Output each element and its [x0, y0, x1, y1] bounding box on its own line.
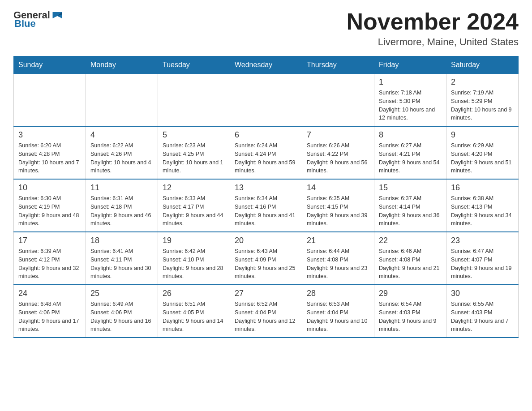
calendar-cell: 6Sunrise: 6:24 AM Sunset: 4:24 PM Daylig… [230, 126, 302, 179]
calendar-cell [86, 74, 158, 127]
svg-marker-0 [52, 12, 62, 18]
day-info: Sunrise: 6:29 AM Sunset: 4:20 PM Dayligh… [451, 141, 514, 175]
day-info: Sunrise: 6:27 AM Sunset: 4:21 PM Dayligh… [379, 141, 442, 175]
day-number: 26 [163, 289, 225, 298]
day-number: 8 [379, 130, 442, 140]
weekday-header: Saturday [446, 56, 519, 74]
calendar-cell: 20Sunrise: 6:43 AM Sunset: 4:09 PM Dayli… [230, 232, 302, 285]
calendar-cell: 3Sunrise: 6:20 AM Sunset: 4:28 PM Daylig… [14, 126, 86, 179]
calendar-cell: 30Sunrise: 6:55 AM Sunset: 4:03 PM Dayli… [446, 285, 519, 338]
day-info: Sunrise: 6:42 AM Sunset: 4:10 PM Dayligh… [163, 247, 225, 281]
day-info: Sunrise: 6:23 AM Sunset: 4:25 PM Dayligh… [163, 141, 225, 175]
calendar-header-row: SundayMondayTuesdayWednesdayThursdayFrid… [14, 56, 519, 74]
weekday-header: Monday [86, 56, 158, 74]
day-info: Sunrise: 7:18 AM Sunset: 5:30 PM Dayligh… [379, 89, 442, 122]
day-number: 16 [451, 183, 514, 193]
day-number: 2 [451, 77, 514, 87]
logo: General Blue [13, 9, 64, 30]
calendar-week-row: 10Sunrise: 6:30 AM Sunset: 4:19 PM Dayli… [14, 179, 519, 232]
weekday-header: Sunday [14, 56, 86, 74]
calendar-cell: 29Sunrise: 6:54 AM Sunset: 4:03 PM Dayli… [374, 285, 446, 338]
calendar-cell: 7Sunrise: 6:26 AM Sunset: 4:22 PM Daylig… [302, 126, 374, 179]
day-number: 19 [163, 236, 225, 245]
logo-icon [51, 9, 64, 21]
calendar-cell [230, 74, 302, 127]
calendar-week-row: 1Sunrise: 7:18 AM Sunset: 5:30 PM Daylig… [14, 74, 519, 127]
day-info: Sunrise: 6:52 AM Sunset: 4:04 PM Dayligh… [235, 300, 297, 334]
day-number: 18 [90, 236, 153, 245]
day-info: Sunrise: 6:22 AM Sunset: 4:26 PM Dayligh… [90, 141, 153, 175]
calendar-cell: 23Sunrise: 6:47 AM Sunset: 4:07 PM Dayli… [446, 232, 519, 285]
calendar-cell: 1Sunrise: 7:18 AM Sunset: 5:30 PM Daylig… [374, 74, 446, 127]
calendar-cell: 18Sunrise: 6:41 AM Sunset: 4:11 PM Dayli… [86, 232, 158, 285]
calendar-week-row: 3Sunrise: 6:20 AM Sunset: 4:28 PM Daylig… [14, 126, 519, 179]
day-info: Sunrise: 6:24 AM Sunset: 4:24 PM Dayligh… [235, 141, 297, 175]
calendar-cell: 27Sunrise: 6:52 AM Sunset: 4:04 PM Dayli… [230, 285, 302, 338]
day-number: 1 [379, 77, 442, 87]
calendar-cell: 5Sunrise: 6:23 AM Sunset: 4:25 PM Daylig… [158, 126, 230, 179]
day-number: 10 [18, 183, 81, 193]
day-number: 7 [307, 130, 369, 140]
calendar-cell [14, 74, 86, 127]
calendar-cell [158, 74, 230, 127]
page-header: General Blue November 2024 Livermore, Ma… [13, 9, 519, 48]
day-number: 12 [163, 183, 225, 193]
calendar-cell [302, 74, 374, 127]
calendar-title: November 2024 [347, 9, 519, 34]
day-info: Sunrise: 6:51 AM Sunset: 4:05 PM Dayligh… [163, 300, 225, 334]
day-number: 13 [235, 183, 297, 193]
weekday-header: Friday [374, 56, 446, 74]
day-info: Sunrise: 6:39 AM Sunset: 4:12 PM Dayligh… [18, 247, 81, 281]
calendar-cell: 16Sunrise: 6:38 AM Sunset: 4:13 PM Dayli… [446, 179, 519, 232]
calendar-cell: 15Sunrise: 6:37 AM Sunset: 4:14 PM Dayli… [374, 179, 446, 232]
day-number: 14 [307, 183, 369, 193]
day-info: Sunrise: 6:53 AM Sunset: 4:04 PM Dayligh… [307, 300, 369, 334]
weekday-header: Thursday [302, 56, 374, 74]
day-info: Sunrise: 6:30 AM Sunset: 4:19 PM Dayligh… [18, 194, 81, 228]
day-number: 21 [307, 236, 369, 245]
day-info: Sunrise: 6:20 AM Sunset: 4:28 PM Dayligh… [18, 141, 81, 175]
weekday-header: Tuesday [158, 56, 230, 74]
day-number: 20 [235, 236, 297, 245]
day-number: 17 [18, 236, 81, 245]
day-number: 28 [307, 289, 369, 298]
title-block: November 2024 Livermore, Maine, United S… [347, 9, 519, 48]
day-number: 22 [379, 236, 442, 245]
calendar-cell: 24Sunrise: 6:48 AM Sunset: 4:06 PM Dayli… [14, 285, 86, 338]
day-info: Sunrise: 6:48 AM Sunset: 4:06 PM Dayligh… [18, 300, 81, 334]
day-info: Sunrise: 6:33 AM Sunset: 4:17 PM Dayligh… [163, 194, 225, 228]
calendar-cell: 4Sunrise: 6:22 AM Sunset: 4:26 PM Daylig… [86, 126, 158, 179]
calendar-cell: 21Sunrise: 6:44 AM Sunset: 4:08 PM Dayli… [302, 232, 374, 285]
day-info: Sunrise: 6:49 AM Sunset: 4:06 PM Dayligh… [90, 300, 153, 334]
day-info: Sunrise: 6:43 AM Sunset: 4:09 PM Dayligh… [235, 247, 297, 281]
day-info: Sunrise: 6:35 AM Sunset: 4:15 PM Dayligh… [307, 194, 369, 228]
calendar-cell: 17Sunrise: 6:39 AM Sunset: 4:12 PM Dayli… [14, 232, 86, 285]
calendar-cell: 28Sunrise: 6:53 AM Sunset: 4:04 PM Dayli… [302, 285, 374, 338]
day-number: 4 [90, 130, 153, 140]
calendar-cell: 13Sunrise: 6:34 AM Sunset: 4:16 PM Dayli… [230, 179, 302, 232]
calendar-subtitle: Livermore, Maine, United States [347, 36, 519, 48]
day-number: 30 [451, 289, 514, 298]
calendar-table: SundayMondayTuesdayWednesdayThursdayFrid… [13, 56, 519, 338]
day-info: Sunrise: 6:55 AM Sunset: 4:03 PM Dayligh… [451, 300, 514, 334]
day-info: Sunrise: 6:41 AM Sunset: 4:11 PM Dayligh… [90, 247, 153, 281]
day-number: 9 [451, 130, 514, 140]
day-info: Sunrise: 7:19 AM Sunset: 5:29 PM Dayligh… [451, 89, 514, 122]
calendar-cell: 10Sunrise: 6:30 AM Sunset: 4:19 PM Dayli… [14, 179, 86, 232]
day-number: 27 [235, 289, 297, 298]
day-number: 29 [379, 289, 442, 298]
day-info: Sunrise: 6:38 AM Sunset: 4:13 PM Dayligh… [451, 194, 514, 228]
day-info: Sunrise: 6:37 AM Sunset: 4:14 PM Dayligh… [379, 194, 442, 228]
day-number: 24 [18, 289, 81, 298]
weekday-header: Wednesday [230, 56, 302, 74]
day-number: 15 [379, 183, 442, 193]
calendar-cell: 26Sunrise: 6:51 AM Sunset: 4:05 PM Dayli… [158, 285, 230, 338]
day-number: 23 [451, 236, 514, 245]
calendar-week-row: 17Sunrise: 6:39 AM Sunset: 4:12 PM Dayli… [14, 232, 519, 285]
day-number: 6 [235, 130, 297, 140]
calendar-cell: 25Sunrise: 6:49 AM Sunset: 4:06 PM Dayli… [86, 285, 158, 338]
day-info: Sunrise: 6:31 AM Sunset: 4:18 PM Dayligh… [90, 194, 153, 228]
day-info: Sunrise: 6:26 AM Sunset: 4:22 PM Dayligh… [307, 141, 369, 175]
day-info: Sunrise: 6:46 AM Sunset: 4:08 PM Dayligh… [379, 247, 442, 281]
day-number: 25 [90, 289, 153, 298]
